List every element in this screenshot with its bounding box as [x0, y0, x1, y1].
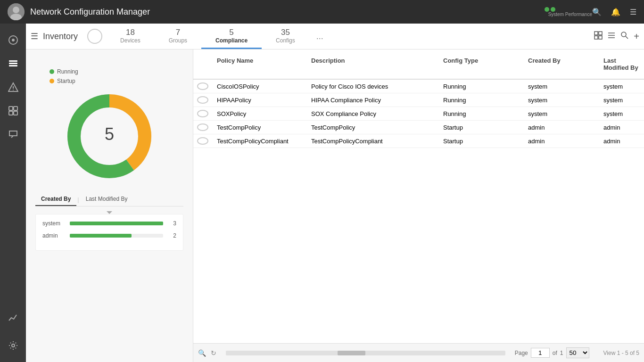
- bar-count-admin: 2: [167, 232, 176, 239]
- tab-devices[interactable]: 18 Devices: [106, 24, 155, 49]
- col-config-type: Config Type: [438, 54, 523, 74]
- bar-label-admin: admin: [42, 232, 66, 239]
- table-row[interactable]: HIPAAPolicy HIPAA Compliance Policy Runn…: [193, 93, 644, 107]
- right-panel: Policy Name Description Config Type Crea…: [193, 49, 644, 362]
- svg-rect-17: [599, 32, 602, 35]
- svg-point-4: [12, 39, 15, 41]
- sys-perf-label: System Performance: [548, 12, 592, 17]
- header-search-icon[interactable]: 🔍: [592, 8, 602, 16]
- row-last-modified-2: system: [599, 107, 644, 120]
- row-select-2[interactable]: [193, 107, 212, 120]
- row-config-type-1: Running: [438, 94, 523, 107]
- svg-rect-16: [594, 32, 598, 35]
- footer-search-icon[interactable]: 🔍: [198, 349, 206, 357]
- bar-row-admin: admin 2: [42, 232, 176, 239]
- row-select-3[interactable]: [193, 121, 212, 134]
- row-select-0[interactable]: [193, 80, 212, 93]
- row-select-1[interactable]: [193, 93, 212, 107]
- row-desc-4: TestCompPolicyCompliant: [306, 135, 438, 148]
- row-policy-1: HIPAAPolicy: [212, 94, 306, 107]
- svg-rect-19: [599, 36, 602, 39]
- avatar[interactable]: [8, 3, 25, 20]
- running-dot: [50, 69, 54, 74]
- page-label: Page: [515, 350, 528, 356]
- row-desc-2: SOX Compliance Policy: [306, 107, 438, 120]
- chart-legend: Running Startup: [50, 68, 78, 84]
- app-title: Network Configuration Manager: [30, 7, 540, 17]
- scroll-area[interactable]: [226, 351, 505, 355]
- bar-chart-panel: system 3 admin 2: [35, 214, 183, 251]
- row-desc-3: TestCompPolicy: [306, 121, 438, 134]
- bar-track-system: [70, 222, 163, 225]
- content-area: Running Startup: [26, 49, 644, 362]
- col-created-by: Created By: [523, 54, 599, 74]
- bar-fill-system: [70, 222, 163, 225]
- row-config-type-0: Running: [438, 80, 523, 93]
- table-header: Policy Name Description Config Type Crea…: [193, 49, 644, 80]
- svg-rect-6: [9, 63, 17, 64]
- last-modified-tab[interactable]: Last Modified By: [80, 193, 133, 206]
- svg-point-1: [13, 7, 19, 13]
- hamburger-icon[interactable]: ☰: [31, 31, 38, 41]
- table-row[interactable]: TestCompPolicy TestCompPolicy Startup ad…: [193, 121, 644, 134]
- tab-groups[interactable]: 7 Groups: [155, 24, 201, 49]
- header-bell-icon[interactable]: 🔔: [611, 8, 620, 16]
- tab-separator: |: [76, 196, 80, 203]
- legend-startup: Startup: [50, 78, 78, 84]
- sidebar-item-alerts[interactable]: [0, 75, 26, 99]
- tab-configs[interactable]: 35 Configs: [262, 24, 309, 49]
- svg-rect-11: [9, 107, 13, 110]
- sidebar-item-dashboard[interactable]: [0, 28, 26, 52]
- list-view-icon[interactable]: [607, 31, 616, 41]
- row-config-type-3: Startup: [438, 121, 523, 134]
- svg-rect-13: [9, 111, 13, 115]
- add-icon[interactable]: +: [634, 31, 639, 42]
- sidebar-item-settings[interactable]: [0, 334, 26, 357]
- footer-bar: 🔍 ↻ Page of 1 50 100 25 View 1 - 5 of: [193, 343, 644, 362]
- tab-circle[interactable]: [87, 29, 102, 44]
- table-row[interactable]: SOXPolicy SOX Compliance Policy Running …: [193, 107, 644, 121]
- row-config-type-2: Running: [438, 107, 523, 120]
- sidebar-item-inventory[interactable]: [0, 52, 26, 75]
- row-policy-2: SOXPolicy: [212, 107, 306, 120]
- row-created-by-2: system: [523, 107, 599, 120]
- perf-dot-2: [551, 7, 555, 12]
- svg-rect-14: [14, 111, 17, 115]
- col-description: Description: [306, 54, 438, 74]
- created-by-tab[interactable]: Created By: [35, 193, 76, 206]
- per-page-select[interactable]: 50 100 25: [566, 347, 589, 358]
- sidebar-item-diagram[interactable]: [0, 99, 26, 123]
- top-header: Network Configuration Manager System Per…: [0, 0, 644, 24]
- bar-count-system: 3: [167, 220, 176, 227]
- perf-dot-1: [545, 7, 549, 12]
- donut-chart-container: Running Startup: [35, 59, 183, 193]
- tab-compliance[interactable]: 5 Compliance: [201, 24, 262, 49]
- page-controls: Page of 1 50 100 25: [515, 347, 589, 358]
- col-last-modified: Last Modified By: [599, 54, 644, 74]
- row-created-by-3: admin: [523, 121, 599, 134]
- page-input[interactable]: [531, 348, 550, 358]
- search-icon[interactable]: [620, 31, 629, 41]
- footer-refresh-icon[interactable]: ↻: [211, 349, 216, 357]
- donut-chart: 5: [62, 89, 157, 183]
- tab-divider: Created By | Last Modified By: [35, 193, 183, 206]
- table-row[interactable]: CiscoIOSPolicy Policy for Cisco IOS devi…: [193, 80, 644, 93]
- row-config-type-4: Startup: [438, 135, 523, 148]
- svg-line-24: [626, 36, 628, 39]
- toolbar-right: +: [594, 31, 639, 42]
- row-select-4[interactable]: [193, 134, 212, 148]
- bar-track-admin: [70, 234, 163, 238]
- row-desc-1: HIPAA Compliance Policy: [306, 94, 438, 107]
- nav-tabs: 18 Devices 7 Groups 5 Compliance 35 Conf…: [106, 24, 594, 49]
- svg-text:5: 5: [105, 124, 114, 144]
- startup-label: Startup: [57, 78, 75, 84]
- bar-row-system: system 3: [42, 220, 176, 227]
- more-options[interactable]: ...: [316, 32, 323, 41]
- row-last-modified-1: system: [599, 94, 644, 107]
- left-panel: Running Startup: [26, 49, 193, 362]
- grid-view-icon[interactable]: [594, 31, 603, 41]
- header-menu-icon[interactable]: ☰: [630, 8, 636, 16]
- table-row[interactable]: TestCompPolicyCompliant TestCompPolicyCo…: [193, 134, 644, 148]
- sidebar-item-reports[interactable]: [0, 305, 26, 329]
- sidebar-item-chat[interactable]: [0, 123, 26, 146]
